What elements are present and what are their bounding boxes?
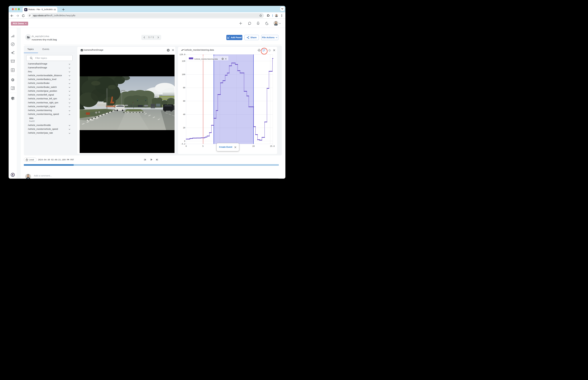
svg-text:/vehicle_monitor/steering.data: /vehicle_monitor/steering.data (194, 58, 218, 60)
svg-text:25.8: 25.8 (270, 145, 275, 148)
svg-text:20: 20 (252, 145, 255, 148)
svg-text:20: 20 (183, 127, 185, 129)
svg-text:60: 60 (183, 100, 185, 102)
svg-text:100: 100 (182, 74, 185, 76)
svg-text:40: 40 (183, 114, 185, 116)
svg-text:0: 0 (184, 140, 185, 142)
svg-text:120: 120 (182, 60, 185, 62)
svg-text:0: 0 (186, 145, 187, 148)
svg-text:5: 5 (202, 145, 203, 148)
svg-text:-4.2: -4.2 (181, 143, 185, 145)
svg-text:129.9: 129.9 (180, 54, 185, 56)
svg-text:80: 80 (183, 87, 185, 89)
